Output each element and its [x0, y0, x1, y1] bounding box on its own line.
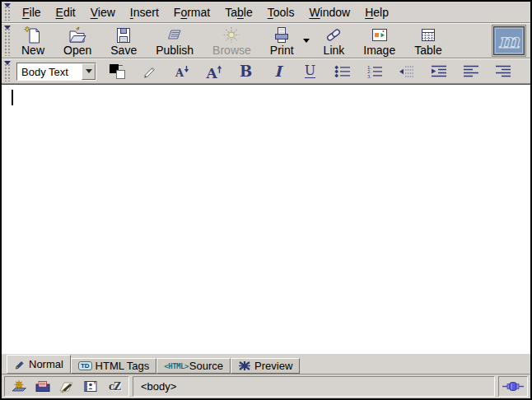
align-right-button[interactable]: [492, 61, 514, 82]
combobox-dropdown-icon[interactable]: [82, 63, 96, 80]
svg-text:A: A: [205, 65, 217, 81]
open-folder-icon: [68, 26, 87, 44]
link-chain-icon: [324, 26, 343, 44]
svg-text:3.: 3.: [367, 74, 371, 79]
composer-button[interactable]: [56, 379, 77, 395]
highlight-pen-icon: [142, 63, 158, 79]
italic-button[interactable]: I: [267, 61, 289, 82]
align-left-icon: [462, 64, 480, 78]
indent-icon: [430, 64, 448, 78]
menu-insert[interactable]: Insert: [128, 3, 161, 21]
larger-font-icon: A: [204, 63, 224, 81]
increase-font-size-button[interactable]: A: [203, 61, 225, 82]
mail-button[interactable]: [32, 379, 54, 395]
mozilla-throbber[interactable]: m: [492, 25, 526, 57]
bold-icon: B: [240, 63, 252, 80]
publish-icon: [165, 26, 184, 44]
chatzilla-icon: cZ: [109, 381, 120, 393]
decrease-font-size-button[interactable]: A: [170, 61, 193, 82]
open-button-label: Open: [63, 44, 91, 57]
print-dropdown-arrow-icon[interactable]: [301, 29, 312, 53]
status-bar: cZ <body>: [2, 374, 530, 398]
svg-text:A: A: [174, 67, 184, 79]
print-button[interactable]: Print: [264, 23, 301, 58]
td-tag-icon: TD: [78, 361, 92, 370]
edit-mode-tabbar: Normal TD HTML Tags <HTML> Source Previe…: [2, 354, 530, 374]
image-button-label: Image: [363, 44, 395, 57]
save-button-label: Save: [110, 44, 137, 57]
tab-source[interactable]: <HTML> Source: [156, 358, 231, 374]
link-button[interactable]: Link: [317, 23, 352, 58]
component-bar: cZ: [4, 376, 129, 397]
text-color-button[interactable]: [106, 61, 128, 82]
menu-help[interactable]: Help: [363, 3, 390, 21]
print-button-group: Print: [264, 23, 317, 58]
highlight-color-button[interactable]: [138, 61, 161, 82]
outdent-icon: [398, 64, 416, 78]
outdent-button[interactable]: [395, 61, 418, 82]
navigator-button[interactable]: [8, 379, 30, 395]
tab-source-label: Source: [189, 360, 223, 372]
bulleted-list-button[interactable]: [331, 61, 353, 82]
print-icon: [272, 26, 292, 44]
bulleted-list-icon: [334, 64, 352, 78]
tab-normal[interactable]: Normal: [7, 355, 71, 374]
paragraph-format-select[interactable]: Body Text: [16, 63, 96, 81]
link-button-label: Link: [324, 44, 345, 57]
align-right-icon: [494, 64, 512, 78]
table-button-label: Table: [414, 44, 441, 57]
save-floppy-icon: [114, 26, 133, 44]
align-left-button[interactable]: [460, 61, 482, 82]
print-button-label: Print: [270, 44, 294, 57]
toolbar-grippy[interactable]: [4, 26, 12, 56]
online-status-panel[interactable]: [498, 376, 528, 397]
publish-button[interactable]: Publish: [149, 23, 200, 58]
editor-content-area[interactable]: [2, 84, 530, 354]
open-button[interactable]: Open: [57, 23, 98, 58]
table-button[interactable]: Table: [408, 23, 448, 58]
bold-button[interactable]: B: [235, 61, 257, 82]
browse-button-label: Browse: [212, 44, 251, 57]
main-toolbar: New Open Save: [2, 23, 530, 58]
new-button[interactable]: New: [15, 23, 51, 58]
tab-preview-label: Preview: [254, 360, 292, 372]
preview-icon: [238, 360, 251, 371]
menu-edit[interactable]: Edit: [54, 3, 77, 21]
table-icon: [418, 26, 438, 44]
menu-format[interactable]: Format: [172, 3, 212, 21]
menu-window[interactable]: Window: [307, 3, 352, 21]
formatbar-grippy[interactable]: [4, 61, 12, 81]
chatzilla-button[interactable]: cZ: [104, 379, 125, 395]
address-book-button[interactable]: [80, 379, 101, 395]
menubar-grippy[interactable]: [4, 3, 12, 21]
tab-preview[interactable]: Preview: [231, 358, 300, 374]
svg-text:m: m: [498, 29, 520, 53]
html-source-icon: <HTML>: [164, 362, 189, 370]
menu-view[interactable]: View: [89, 3, 117, 21]
tab-html-tags[interactable]: TD HTML Tags: [71, 358, 156, 374]
image-button[interactable]: Image: [357, 23, 402, 58]
browse-icon: [222, 26, 241, 44]
menu-bar: File Edit View Insert Format Table Tools…: [2, 2, 530, 23]
smaller-font-icon: A: [173, 63, 191, 80]
menu-tools[interactable]: Tools: [266, 3, 296, 21]
underline-button[interactable]: U: [299, 61, 321, 82]
element-path-panel[interactable]: <body>: [133, 376, 495, 397]
tab-normal-label: Normal: [29, 358, 63, 370]
publish-button-label: Publish: [156, 44, 194, 57]
pen-icon: [14, 359, 26, 370]
numbered-list-button[interactable]: 1.2.3.: [363, 61, 385, 82]
new-button-label: New: [21, 44, 44, 57]
indent-button[interactable]: [427, 61, 450, 82]
numbered-list-icon: 1.2.3.: [366, 64, 384, 78]
menu-file[interactable]: File: [21, 3, 43, 21]
text-caret: [12, 90, 13, 105]
online-plug-icon: [502, 381, 525, 392]
text-color-icon: [110, 64, 125, 79]
image-icon: [370, 26, 390, 44]
new-page-icon: [23, 26, 43, 44]
underline-icon: U: [305, 64, 315, 78]
save-button[interactable]: Save: [104, 23, 143, 58]
format-toolbar: Body Text A: [2, 58, 530, 84]
menu-table[interactable]: Table: [223, 3, 254, 21]
